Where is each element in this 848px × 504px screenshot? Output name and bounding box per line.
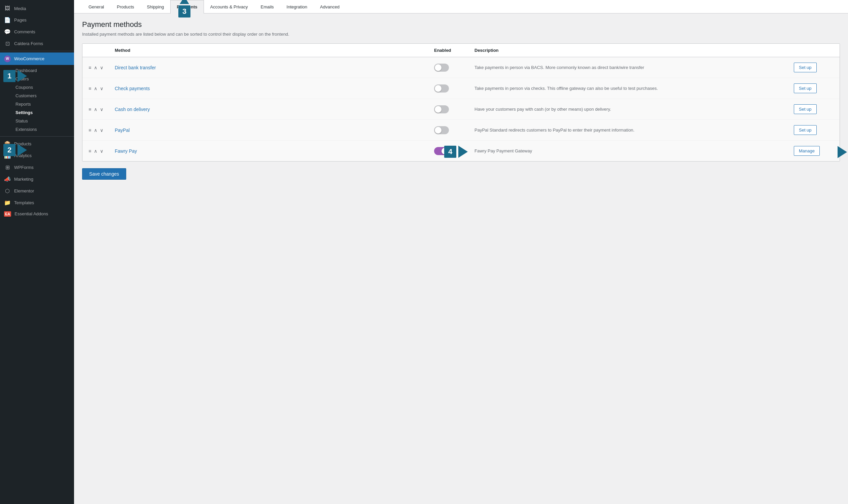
save-section: Save changes (82, 162, 840, 180)
essential-addons-icon: EA (4, 211, 11, 217)
move-up-icon[interactable]: ∧ (93, 127, 98, 133)
toggle-direct-bank[interactable] (434, 64, 474, 72)
header-description: Description (474, 48, 794, 53)
tab-products[interactable]: Products (110, 0, 140, 14)
sidebar-label-woocommerce: WooCommerce (14, 56, 44, 61)
move-down-icon[interactable]: ∨ (99, 127, 104, 133)
toggle-cod[interactable] (434, 105, 474, 113)
woocommerce-submenu: Dashboard Orders Coupons Customers Repor… (0, 65, 74, 135)
description-paypal: PayPal Standard redirects customers to P… (474, 127, 794, 133)
table-row: ≡ ∧ ∨ Direct bank transfer Take payments… (83, 57, 840, 78)
sidebar-item-elementor[interactable]: ⬡ Elementor (0, 185, 74, 197)
submenu-item-coupons[interactable]: Coupons (0, 83, 74, 91)
sidebar-label-elementor: Elementor (14, 188, 34, 194)
sidebar-label-media: Media (14, 6, 26, 11)
sidebar-item-comments[interactable]: 💬 Comments (0, 26, 74, 38)
tab-accounts-privacy[interactable]: Accounts & Privacy (204, 0, 254, 14)
sidebar-item-templates[interactable]: 📁 Templates (0, 197, 74, 209)
pages-icon: 📄 (4, 17, 11, 23)
sidebar-label-products: Products (14, 141, 31, 146)
action-cod: Set up (794, 104, 834, 114)
sidebar-item-wpforms[interactable]: ⊞ WPForms (0, 162, 74, 173)
drag-handle-icon[interactable]: ≡ (88, 64, 92, 71)
sidebar-label-essential-addons: Essential Addons (15, 211, 48, 216)
sidebar-item-marketing[interactable]: 📣 Marketing (0, 173, 74, 185)
row-controls-3: ≡ ∧ ∨ (88, 106, 115, 113)
header-enabled: Enabled (434, 48, 474, 53)
drag-handle-icon[interactable]: ≡ (88, 85, 92, 92)
submenu-item-status[interactable]: Status (0, 117, 74, 125)
setup-button-check[interactable]: Set up (794, 84, 817, 93)
tab-shipping[interactable]: Shipping (141, 0, 170, 14)
sidebar-divider-2 (0, 136, 74, 137)
table-row-fawry: ≡ ∧ ∨ Fawry Pay 4 (83, 141, 840, 161)
page-body: 3 Payment methods Installed payment meth… (74, 14, 848, 186)
submenu-item-extensions[interactable]: Extensions (0, 125, 74, 133)
sidebar-item-woocommerce[interactable]: W WooCommerce (0, 53, 74, 65)
sidebar-item-products[interactable]: 📦 Products (0, 138, 74, 150)
move-down-icon[interactable]: ∨ (99, 85, 104, 92)
move-up-icon[interactable]: ∧ (93, 148, 98, 155)
manage-button-fawry[interactable]: Manage (794, 146, 820, 156)
tab-general[interactable]: General (82, 0, 110, 14)
page-title: Payment methods (82, 20, 840, 29)
row-controls-4: ≡ ∧ ∨ (88, 127, 115, 133)
header-controls (88, 48, 115, 53)
method-name-paypal[interactable]: PayPal (115, 127, 434, 133)
tab-advanced[interactable]: Advanced (313, 0, 346, 14)
table-row: ≡ ∧ ∨ Check payments Take payments in pe… (83, 78, 840, 99)
toggle-check[interactable] (434, 85, 474, 92)
drag-handle-icon[interactable]: ≡ (88, 106, 92, 113)
description-direct-bank: Take payments in person via BACS. More c… (474, 64, 794, 71)
move-down-icon[interactable]: ∨ (99, 106, 104, 113)
sidebar-label-analytics: Analytics (14, 153, 32, 158)
submenu-item-settings[interactable]: Settings (0, 108, 74, 117)
drag-handle-icon[interactable]: ≡ (88, 127, 92, 133)
row-controls-2: ≡ ∧ ∨ (88, 85, 115, 92)
method-name-fawry[interactable]: Fawry Pay (115, 148, 434, 154)
action-paypal: Set up (794, 125, 834, 135)
method-name-direct-bank[interactable]: Direct bank transfer (115, 65, 434, 70)
sidebar-item-analytics[interactable]: 📊 Analytics (0, 150, 74, 162)
toggle-switch-fawry[interactable] (434, 147, 449, 155)
move-down-icon[interactable]: ∨ (99, 64, 104, 71)
toggle-paypal[interactable] (434, 126, 474, 134)
method-name-check[interactable]: Check payments (115, 86, 434, 91)
save-changes-button[interactable]: Save changes (82, 168, 126, 180)
sidebar-label-templates: Templates (14, 200, 34, 205)
sidebar-label-caldera: Caldera Forms (14, 41, 43, 46)
submenu-item-orders[interactable]: Orders (0, 75, 74, 83)
setup-button-cod[interactable]: Set up (794, 104, 817, 114)
submenu-item-dashboard[interactable]: Dashboard (0, 66, 74, 75)
toggle-fawry[interactable] (434, 147, 474, 155)
toggle-switch-4[interactable] (434, 126, 449, 134)
sidebar-item-media[interactable]: 🖼 Media (0, 3, 74, 14)
tab-emails[interactable]: Emails (254, 0, 280, 14)
tab-integration[interactable]: Integration (280, 0, 313, 14)
sidebar-label-comments: Comments (14, 29, 35, 34)
move-down-icon[interactable]: ∨ (99, 148, 104, 155)
setup-button-paypal[interactable]: Set up (794, 125, 817, 135)
drag-handle-icon[interactable]: ≡ (88, 148, 92, 155)
submenu-item-customers[interactable]: Customers (0, 91, 74, 100)
tab-payments[interactable]: Payments (170, 0, 203, 14)
toggle-switch-2[interactable] (434, 85, 449, 92)
toggle-switch-3[interactable] (434, 105, 449, 113)
move-up-icon[interactable]: ∧ (93, 64, 98, 71)
move-up-icon[interactable]: ∧ (93, 106, 98, 113)
table-row: ≡ ∧ ∨ PayPal PayPal Standard redirects c… (83, 120, 840, 141)
description-check: Take payments in person via checks. This… (474, 85, 794, 92)
sidebar-divider-1 (0, 51, 74, 51)
sidebar-item-caldera[interactable]: ⊡ Caldera Forms (0, 38, 74, 50)
main-content: General Products Shipping Payments Accou… (74, 0, 848, 504)
submenu-item-reports[interactable]: Reports (0, 100, 74, 108)
toggle-switch-1[interactable] (434, 64, 449, 72)
move-up-icon[interactable]: ∧ (93, 85, 98, 92)
comments-icon: 💬 (4, 29, 11, 35)
woocommerce-icon: W (4, 55, 11, 62)
method-name-cod[interactable]: Cash on delivery (115, 107, 434, 112)
sidebar-item-pages[interactable]: 📄 Pages (0, 14, 74, 26)
sidebar-item-essential-addons[interactable]: EA Essential Addons (0, 209, 74, 219)
description-cod: Have your customers pay with cash (or by… (474, 106, 794, 113)
setup-button-direct-bank[interactable]: Set up (794, 62, 817, 72)
